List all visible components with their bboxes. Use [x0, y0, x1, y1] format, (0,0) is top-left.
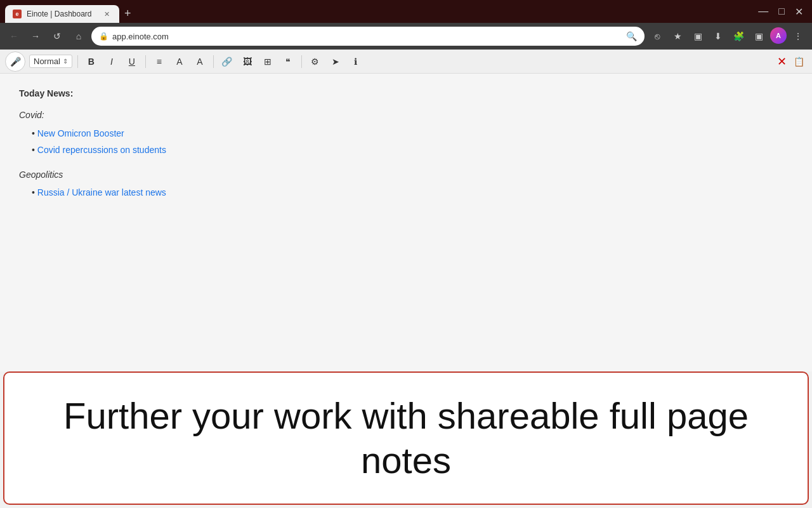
editor-content: Today News: Covid: • New Omicron Booster…	[19, 86, 793, 199]
info-button[interactable]: ℹ	[348, 53, 364, 70]
tab-favicon: e	[13, 10, 22, 18]
italic-button[interactable]: I	[103, 53, 120, 70]
format-select-value: Normal	[34, 57, 60, 66]
format-select[interactable]: Normal ⇕	[29, 55, 72, 68]
bottom-banner: Further your work with shareable full pa…	[3, 371, 809, 505]
divider-2	[145, 55, 146, 68]
share-button[interactable]: ⎋	[648, 27, 666, 45]
quote-button[interactable]: ❝	[280, 53, 296, 70]
address-icons: 🔍	[626, 31, 637, 41]
navigation-toolbar: ← → ↺ ⌂ 🔒 app.einote.com 🔍 ⎋ ★ ▣ ⬇ 🧩 ▣ A…	[0, 23, 812, 50]
align-button[interactable]: ≡	[151, 53, 167, 70]
font-size-button[interactable]: A	[192, 53, 208, 70]
window-controls: — □ ✕	[754, 6, 807, 18]
link-omicron-booster[interactable]: New Omicron Booster	[37, 128, 124, 138]
forward-button[interactable]: →	[27, 27, 44, 45]
back-button[interactable]: ←	[5, 27, 23, 45]
extensions-button[interactable]: 🧩	[730, 27, 747, 45]
new-tab-button[interactable]: +	[119, 7, 136, 20]
reload-button[interactable]: ↺	[48, 27, 66, 45]
editor-area[interactable]: Today News: Covid: • New Omicron Booster…	[0, 74, 812, 371]
link-ukraine-war[interactable]: Russia / Ukraine war latest news	[37, 187, 166, 197]
bullet-item-2: • Covid repercussions on students	[32, 143, 793, 157]
active-tab[interactable]: e Einote | Dashboard ✕	[5, 5, 119, 23]
banner-text: Further your work with shareable full pa…	[17, 394, 795, 482]
minimize-button[interactable]: —	[754, 6, 772, 18]
editor-heading: Today News:	[19, 86, 793, 100]
divider-4	[301, 55, 302, 68]
home-button[interactable]: ⌂	[70, 27, 88, 45]
tab-title: Einote | Dashboard	[27, 10, 92, 18]
bullet-item-3: • Russia / Ukraine war latest news	[32, 185, 793, 199]
editor-toolbar-right: ✕ 📋	[777, 53, 807, 70]
send-button[interactable]: ➤	[327, 53, 344, 70]
bookmark-button[interactable]: ★	[669, 27, 686, 45]
window-close-button[interactable]: ✕	[791, 6, 807, 18]
tab-bar: e Einote | Dashboard ✕ +	[5, 0, 136, 23]
tab-close-button[interactable]: ✕	[102, 9, 112, 19]
sidebar-button[interactable]: ▣	[689, 27, 707, 45]
page-layout: 🎤 Normal ⇕ B I U ≡ A A 🔗 🖼 ⊞ ❝ ⚙ ➤ ℹ ✕	[0, 50, 812, 508]
settings-button[interactable]: ⚙	[307, 53, 324, 70]
underline-button[interactable]: U	[124, 53, 140, 70]
address-bar[interactable]: 🔒 app.einote.com 🔍	[91, 27, 645, 46]
section2-title: Geopolitics	[19, 168, 793, 182]
bold-button[interactable]: B	[83, 53, 100, 70]
close-editor-button[interactable]: ✕	[777, 55, 787, 69]
maximize-button[interactable]: □	[775, 6, 789, 18]
download-button[interactable]: ⬇	[709, 27, 727, 45]
title-bar: e Einote | Dashboard ✕ + — □ ✕	[0, 0, 812, 23]
table-button[interactable]: ⊞	[259, 53, 276, 70]
browser-menu-button[interactable]: ⋮	[789, 27, 807, 45]
section1-title: Covid:	[19, 108, 793, 122]
toolbar-right: ⎋ ★ ▣ ⬇ 🧩 ▣ A ⋮	[648, 27, 807, 45]
format-select-arrows: ⇕	[63, 58, 68, 65]
url-text: app.einote.com	[112, 32, 622, 41]
mic-button[interactable]: 🎤	[5, 51, 25, 72]
browser-sidebar-button[interactable]: ▣	[750, 27, 768, 45]
profile-avatar[interactable]: A	[770, 27, 787, 44]
bullet-item-1: • New Omicron Booster	[32, 126, 793, 140]
lock-icon: 🔒	[99, 32, 108, 41]
image-button[interactable]: 🖼	[239, 53, 256, 70]
divider-3	[213, 55, 214, 68]
divider-1	[77, 55, 78, 68]
link-button[interactable]: 🔗	[219, 53, 235, 70]
note-panel-button[interactable]: 📋	[790, 53, 807, 70]
link-covid-students[interactable]: Covid repercussions on students	[37, 145, 166, 155]
font-color-button[interactable]: A	[171, 53, 188, 70]
address-search-icon[interactable]: 🔍	[626, 31, 637, 41]
editor-toolbar: 🎤 Normal ⇕ B I U ≡ A A 🔗 🖼 ⊞ ❝ ⚙ ➤ ℹ ✕	[0, 50, 812, 74]
